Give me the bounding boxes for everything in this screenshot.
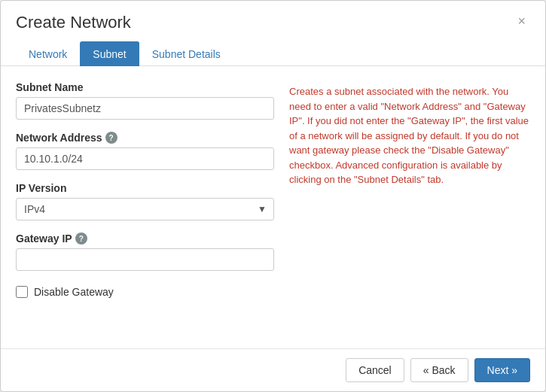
disable-gateway-label[interactable]: Disable Gateway bbox=[34, 286, 114, 298]
dialog-footer: Cancel « Back Next » bbox=[1, 348, 545, 391]
gateway-ip-help-icon[interactable]: ? bbox=[75, 232, 87, 245]
close-icon[interactable]: × bbox=[513, 13, 530, 29]
dialog-body: Subnet Name Network Address ? IP Version bbox=[1, 66, 545, 348]
info-section: Creates a subnet associated with the net… bbox=[289, 81, 530, 333]
cancel-button[interactable]: Cancel bbox=[346, 358, 404, 382]
form-section: Subnet Name Network Address ? IP Version bbox=[16, 81, 274, 333]
network-address-input[interactable] bbox=[16, 147, 274, 170]
disable-gateway-group: Disable Gateway bbox=[16, 286, 274, 298]
network-address-group: Network Address ? bbox=[16, 132, 274, 170]
disable-gateway-checkbox[interactable] bbox=[16, 286, 28, 298]
tab-network[interactable]: Network bbox=[16, 41, 80, 66]
tab-bar: Network Subnet Subnet Details bbox=[1, 41, 545, 66]
dialog-title: Create Network bbox=[16, 13, 131, 32]
network-address-help-icon[interactable]: ? bbox=[105, 132, 117, 144]
info-text: Creates a subnet associated with the net… bbox=[289, 84, 530, 187]
ip-version-label: IP Version bbox=[16, 182, 274, 194]
subnet-name-label: Subnet Name bbox=[16, 81, 274, 93]
ip-version-select[interactable]: IPv4 IPv6 bbox=[16, 198, 274, 220]
back-button[interactable]: « Back bbox=[410, 358, 468, 382]
subnet-name-group: Subnet Name bbox=[16, 81, 274, 120]
tab-subnet[interactable]: Subnet bbox=[80, 41, 139, 66]
gateway-ip-label: Gateway IP ? bbox=[16, 232, 274, 245]
ip-version-select-wrapper: IPv4 IPv6 ▼ bbox=[16, 198, 274, 220]
gateway-ip-input[interactable] bbox=[16, 248, 274, 271]
tab-subnet-details[interactable]: Subnet Details bbox=[139, 41, 233, 66]
dialog-header: Create Network × bbox=[1, 1, 545, 32]
gateway-ip-group: Gateway IP ? bbox=[16, 232, 274, 271]
create-network-dialog: Create Network × Network Subnet Subnet D… bbox=[0, 0, 546, 392]
ip-version-group: IP Version IPv4 IPv6 ▼ bbox=[16, 182, 274, 220]
network-address-label: Network Address ? bbox=[16, 132, 274, 144]
subnet-name-input[interactable] bbox=[16, 97, 274, 120]
next-button[interactable]: Next » bbox=[474, 358, 530, 382]
